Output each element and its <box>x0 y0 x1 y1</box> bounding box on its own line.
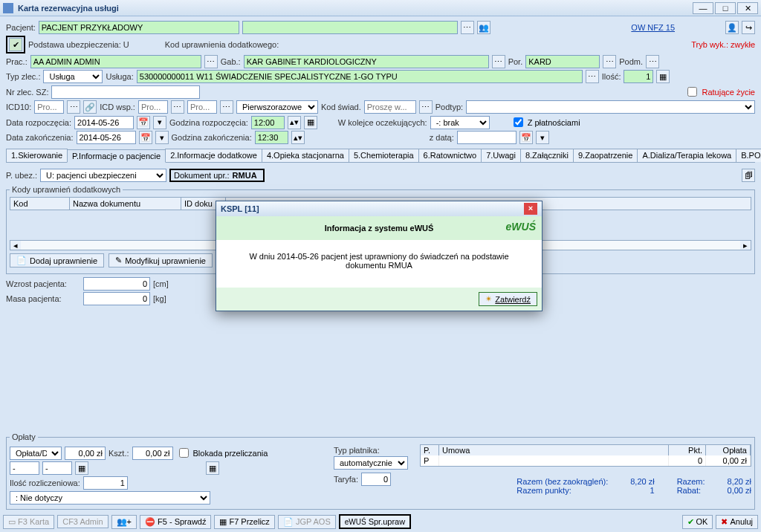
por-field[interactable] <box>525 55 600 68</box>
ratujace-checkbox[interactable]: Ratujące życie <box>684 85 755 99</box>
f5-button[interactable]: ⛔F5 - Sprawdź <box>140 515 211 529</box>
typzlec-select[interactable]: Usługa <box>43 70 103 83</box>
kodswiad-lookup-icon[interactable]: ⋯ <box>419 100 433 114</box>
opl-a-field[interactable] <box>10 461 39 475</box>
opl-cal-icon[interactable]: ▦ <box>75 461 88 475</box>
zatwierdz-button[interactable]: ✴ Zatwierdź <box>479 292 537 306</box>
patient-field[interactable] <box>39 21 239 34</box>
zdata-drop-icon[interactable] <box>536 131 549 144</box>
tab-chemioterapia[interactable]: 5.Chemioterapia <box>349 149 419 162</box>
wzrost-field[interactable] <box>83 277 150 291</box>
prac-field[interactable] <box>30 55 201 68</box>
icdwsp1-field[interactable] <box>138 100 168 114</box>
datarozp-drop-icon[interactable] <box>153 116 166 129</box>
maximize-button[interactable]: □ <box>715 2 736 14</box>
minimize-button[interactable]: — <box>693 2 713 14</box>
godzzak-field[interactable] <box>255 131 288 144</box>
sprupraw-button[interactable]: eWUŚSpr.upraw <box>339 514 411 529</box>
anuluj-button[interactable]: ✖Anuluj <box>716 515 758 529</box>
icd10-field[interactable] <box>34 100 64 114</box>
person-icon[interactable]: 👤 <box>725 21 739 34</box>
pierwszorazowe-select[interactable]: Pierwszorazowe <box>236 100 318 114</box>
table-row[interactable]: P 0 0,00 zł <box>421 455 751 466</box>
modyfikuj-button[interactable]: ✎Modyfikuj uprawnienie <box>109 253 213 267</box>
ownfz-link[interactable]: OW NFZ 15 <box>631 23 675 32</box>
f7-button[interactable]: ▦F7 Przelicz <box>214 515 274 529</box>
add-icon: 📄 <box>16 256 27 265</box>
godzrozp-up-icon[interactable]: ▴▾ <box>288 116 301 129</box>
opl-grid-icon[interactable]: ▦ <box>206 461 219 475</box>
f3karta-button[interactable]: ▭F3 Karta <box>3 515 54 529</box>
ilrozl-field[interactable] <box>83 476 128 490</box>
cf3admin-button[interactable]: CF3 Admin <box>57 515 108 528</box>
col-umowa: Umowa <box>439 445 669 455</box>
tab-zalaczniki[interactable]: 8.Załączniki <box>520 149 574 162</box>
prac-lookup-icon[interactable]: ⋯ <box>204 55 218 68</box>
gab-field[interactable] <box>244 55 489 68</box>
blokada-checkbox[interactable]: Blokada przeliczania <box>176 446 268 460</box>
tab-ratownictwo[interactable]: 6.Ratownictwo <box>418 149 482 162</box>
typplat-select[interactable]: automatycznie <box>334 456 408 470</box>
blokada-input[interactable] <box>179 448 189 458</box>
tab-poz[interactable]: B.POZ <box>736 149 761 162</box>
ratujace-input[interactable] <box>687 87 697 97</box>
usluga-field[interactable] <box>137 70 583 83</box>
opl-zl-field[interactable] <box>65 447 106 460</box>
masa-field[interactable] <box>83 292 150 305</box>
tab-informacje-o-pacjencie[interactable]: P.Informacje o pacjencie <box>67 149 166 163</box>
exit-icon[interactable]: ↪ <box>742 21 755 34</box>
gab-lookup-icon[interactable]: ⋯ <box>492 55 505 68</box>
zplat-input[interactable] <box>514 117 523 127</box>
icdwsp2-lookup-icon[interactable]: ⋯ <box>220 100 233 114</box>
datarozp-cal-icon[interactable]: 📅 <box>137 116 150 129</box>
icdwsp1-lookup-icon[interactable]: ⋯ <box>171 100 184 114</box>
tab-uwagi[interactable]: 7.Uwagi <box>481 149 521 162</box>
scroll-left-icon[interactable]: ◂ <box>10 241 21 250</box>
icd10-lookup-icon[interactable]: ⋯ <box>67 100 80 114</box>
check-icon[interactable]: ✔ <box>9 38 22 51</box>
datazak-cal-icon[interactable]: 📅 <box>139 131 152 144</box>
zdata-field[interactable] <box>457 131 516 144</box>
scroll-right-icon[interactable]: ▸ <box>740 241 751 250</box>
godzrozp-field[interactable] <box>251 116 285 129</box>
niedotyczy-select[interactable]: : Nie dotyczy <box>10 491 210 505</box>
pubez-select[interactable]: U: pacjenci ubezpieczeni <box>40 169 166 182</box>
datazak-field[interactable] <box>77 131 136 144</box>
patient-users-icon[interactable]: 👥 <box>477 21 490 34</box>
docs-icon[interactable]: 🗐 <box>742 169 755 182</box>
wkolejce-select[interactable]: -: brak <box>430 116 490 129</box>
taryfa-field[interactable] <box>361 473 391 486</box>
ok-button[interactable]: ✔OK <box>682 515 713 529</box>
ilosc-stepper-icon[interactable]: ▦ <box>656 70 670 83</box>
kszt-field[interactable] <box>132 447 173 460</box>
kodswiad-field[interactable] <box>364 100 416 114</box>
calendar-icon[interactable]: ▦ <box>304 116 317 129</box>
opl-b-field[interactable] <box>42 461 72 475</box>
patient-extra-field[interactable] <box>242 21 458 34</box>
tab-dializa[interactable]: A.Dializa/Terapia lekowa <box>637 149 736 162</box>
opldata-select[interactable]: Opłata/Da <box>10 447 62 460</box>
por-lookup-icon[interactable]: ⋯ <box>603 55 616 68</box>
podm-lookup-icon[interactable]: ⋯ <box>646 55 659 68</box>
dialog-close-icon[interactable]: × <box>524 203 537 215</box>
adduser-button[interactable]: 👥+ <box>111 515 137 529</box>
icdwsp2-field[interactable] <box>187 100 217 114</box>
jgp-button[interactable]: 📄JGP AOS <box>278 515 336 529</box>
tab-opieka-stacjonarna[interactable]: 4.Opieka stacjonarna <box>262 149 349 162</box>
nrzlec-field[interactable] <box>51 85 200 99</box>
icd10-link-icon[interactable]: 🔗 <box>83 100 97 114</box>
dodaj-button[interactable]: 📄Dodaj uprawnienie <box>10 253 104 267</box>
datarozp-field[interactable] <box>74 116 134 129</box>
datazak-drop-icon[interactable] <box>155 131 169 144</box>
ilosc-field[interactable] <box>624 70 653 83</box>
podtyp-select[interactable] <box>466 100 755 114</box>
tab-informacje-dodatkowe[interactable]: 2.Informacje dodatkowe <box>165 149 262 162</box>
usluga-lookup-icon[interactable]: ⋯ <box>586 70 599 83</box>
godzzak-up-icon[interactable]: ▴▾ <box>291 131 305 144</box>
tab-zaopatrzenie[interactable]: 9.Zaopatrzenie <box>573 149 638 162</box>
zdata-cal-icon[interactable]: 📅 <box>519 131 533 144</box>
tab-skierowanie[interactable]: 1.Skierowanie <box>6 149 68 162</box>
patient-lookup-icon[interactable]: ⋯ <box>461 21 474 34</box>
zplat-checkbox[interactable]: Z płatnościami <box>511 115 580 129</box>
close-button[interactable]: ✕ <box>737 2 758 14</box>
